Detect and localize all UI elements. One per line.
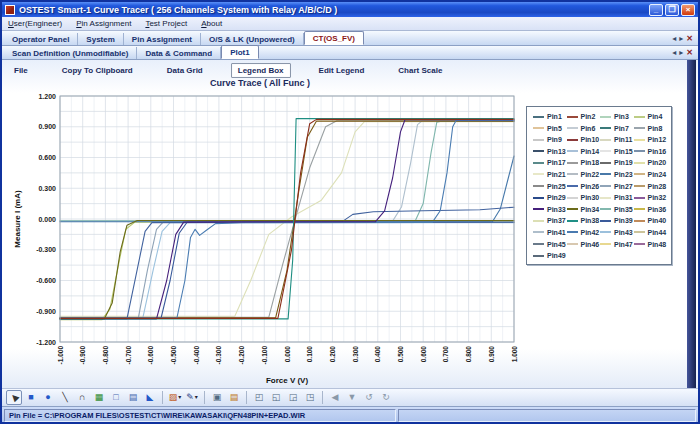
menu-item-test-project[interactable]: Test Project xyxy=(145,19,187,28)
legend-item-pin15: Pin15 xyxy=(600,148,634,155)
x-tick-label: 0.700 xyxy=(442,346,449,363)
legend-item-pin44: Pin44 xyxy=(634,229,668,236)
line-color-icon[interactable]: ✎▾ xyxy=(184,390,200,405)
pointer-icon[interactable]: ▶ xyxy=(6,390,22,405)
tab-operator-panel[interactable]: Operator Panel xyxy=(4,33,78,45)
legend-swatch-icon xyxy=(600,150,611,152)
rotate-left-icon[interactable]: ↺ xyxy=(361,390,377,405)
chart-toolbar-copy-to-clipboard-button[interactable]: Copy To Clipboard xyxy=(56,64,139,77)
legend-label: Pin46 xyxy=(581,241,600,248)
frame-tool-icon[interactable]: □ xyxy=(108,390,124,405)
chart-toolbar-edit-legend-button[interactable]: Edit Legend xyxy=(313,64,371,77)
menu-item-about[interactable]: About xyxy=(201,19,222,28)
y-tick-label: 0.600 xyxy=(38,154,56,161)
legend-label: Pin48 xyxy=(648,241,667,248)
x-tick-label: -0.200 xyxy=(238,346,245,365)
legend-swatch-icon xyxy=(533,231,544,233)
rect-tool-icon[interactable]: ■ xyxy=(23,390,39,405)
ellipse-tool-icon[interactable]: ● xyxy=(40,390,56,405)
order-backward-icon[interactable]: ◱ xyxy=(268,390,284,405)
legend-item-pin12: Pin12 xyxy=(634,136,668,143)
copy-icon[interactable]: ▣ xyxy=(209,390,225,405)
tab-pin-assignment[interactable]: Pin Assignment xyxy=(124,33,201,45)
legend-label: Pin18 xyxy=(581,159,600,166)
tab-scroll-left-icon[interactable]: ◂ xyxy=(672,35,676,43)
order-back-icon[interactable]: ◳ xyxy=(302,390,318,405)
legend-item-pin41: Pin41 xyxy=(533,229,567,236)
tab-ct-os-fv-[interactable]: CT(OS_FV) xyxy=(304,31,364,45)
legend-item-pin3: Pin3 xyxy=(600,113,634,120)
y-tick-label: 0.900 xyxy=(38,123,56,130)
sub-tab-row: Scan Definition (Unmodifiable)Data & Com… xyxy=(2,46,698,60)
image-tool-icon[interactable]: ▦ xyxy=(91,390,107,405)
x-tick-label: 0.800 xyxy=(465,346,472,363)
subtab-plot1[interactable]: Plot1 xyxy=(221,45,259,59)
fill-color-icon[interactable]: ▨▾ xyxy=(167,390,183,405)
legend-swatch-icon xyxy=(634,127,645,129)
pin-file-status: Pin File = C:\PROGRAM FILES\OSTEST\CT\WI… xyxy=(4,409,396,422)
legend-label: Pin21 xyxy=(547,171,566,178)
order-forward-icon[interactable]: ◰ xyxy=(251,390,267,405)
maximize-button[interactable]: ❐ xyxy=(665,4,679,16)
legend-swatch-icon xyxy=(567,220,578,222)
order-front-icon[interactable]: ◲ xyxy=(285,390,301,405)
chart-toolbar-legend-box-button[interactable]: Legend Box xyxy=(231,63,291,78)
flip-vertical-icon[interactable]: ▼ xyxy=(344,390,360,405)
tab-scroll-left-icon[interactable]: ◂ xyxy=(672,49,676,57)
y-tick-label: 0.000 xyxy=(38,216,56,223)
tab-close-icon[interactable]: ✕ xyxy=(686,49,693,57)
legend-swatch-icon xyxy=(533,116,544,118)
chart-toolbar-file-button[interactable]: File xyxy=(8,64,34,77)
toolbar-separator xyxy=(322,391,323,404)
paste-icon[interactable]: ▤ xyxy=(226,390,242,405)
polygon-tool-icon[interactable]: ◣ xyxy=(142,390,158,405)
legend-item-pin42: Pin42 xyxy=(567,229,601,236)
close-button[interactable]: × xyxy=(681,4,695,16)
legend-item-pin1: Pin1 xyxy=(533,113,567,120)
curve-trace-chart: 1.2000.9000.6000.3000.000-0.300-0.600-0.… xyxy=(8,90,520,386)
legend-swatch-icon xyxy=(600,197,611,199)
drawing-toolbar: ▶■●╲∩▦□▤◣▨▾✎▾▣▤◰◱◲◳◀▼↺↻ xyxy=(2,388,698,407)
legend-item-pin43: Pin43 xyxy=(600,229,634,236)
legend-label: Pin31 xyxy=(614,194,633,201)
chart-toolbar-chart-scale-button[interactable]: Chart Scale xyxy=(392,64,448,77)
y-axis-title: Measure I (mA) xyxy=(13,190,22,248)
legend-item-pin49: Pin49 xyxy=(533,252,567,259)
legend-item-pin10: Pin10 xyxy=(567,136,601,143)
legend-item-pin45: Pin45 xyxy=(533,241,567,248)
subtab-scan-definition-unmodifiable-[interactable]: Scan Definition (Unmodifiable) xyxy=(4,47,137,59)
chart-toolbar-data-grid-button[interactable]: Data Grid xyxy=(161,64,209,77)
tab-scroll-right-icon[interactable]: ▸ xyxy=(679,49,683,57)
legend-label: Pin14 xyxy=(581,148,600,155)
legend-swatch-icon xyxy=(567,127,578,129)
legend-box[interactable]: Pin1Pin2Pin3Pin4Pin5Pin6Pin7Pin8Pin9Pin1… xyxy=(526,106,672,265)
arc-tool-icon[interactable]: ∩ xyxy=(74,390,90,405)
legend-label: Pin8 xyxy=(648,125,663,132)
legend-label: Pin28 xyxy=(648,183,667,190)
flip-horizontal-icon[interactable]: ◀ xyxy=(327,390,343,405)
tab-scroll-right-icon[interactable]: ▸ xyxy=(679,35,683,43)
tab-system[interactable]: System xyxy=(78,33,123,45)
x-tick-label: -1.000 xyxy=(57,346,64,365)
legend-label: Pin4 xyxy=(648,113,663,120)
legend-swatch-icon xyxy=(567,150,578,152)
legend-label: Pin26 xyxy=(581,183,600,190)
subtab-data-command[interactable]: Data & Command xyxy=(137,47,221,59)
line-tool-icon[interactable]: ╲ xyxy=(57,390,73,405)
legend-label: Pin9 xyxy=(547,136,562,143)
y-tick-label: -0.600 xyxy=(36,277,56,284)
callout-tool-icon[interactable]: ▤ xyxy=(125,390,141,405)
legend-item-pin21: Pin21 xyxy=(533,171,567,178)
menu-item-pin-assignment[interactable]: Pin Assignment xyxy=(76,19,131,28)
minimize-button[interactable]: _ xyxy=(649,4,663,16)
legend-item-pin7: Pin7 xyxy=(600,125,634,132)
menu-item-user-engineer-[interactable]: User(Engineer) xyxy=(8,19,62,28)
legend-swatch-icon xyxy=(634,243,645,245)
legend-label: Pin33 xyxy=(547,206,566,213)
legend-label: Pin34 xyxy=(581,206,600,213)
legend-swatch-icon xyxy=(634,185,645,187)
legend-swatch-icon xyxy=(567,139,578,141)
tab-o-s-lk-unpowered-[interactable]: O/S & LK (Unpowered) xyxy=(201,33,304,45)
rotate-right-icon[interactable]: ↻ xyxy=(378,390,394,405)
tab-close-icon[interactable]: ✕ xyxy=(686,35,693,43)
